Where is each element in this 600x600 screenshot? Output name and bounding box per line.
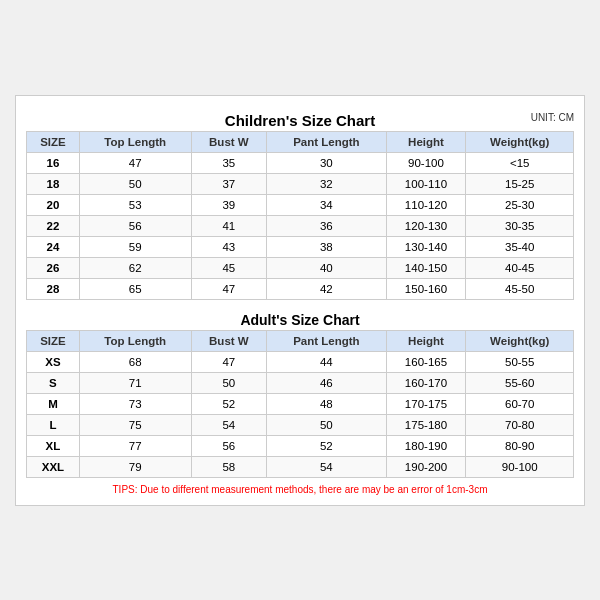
table-cell: 38 [267,236,386,257]
col-weight: Weight(kg) [466,330,574,351]
table-cell: <15 [466,152,574,173]
table-cell: 52 [191,393,267,414]
table-cell: 35 [191,152,267,173]
table-cell: 28 [27,278,80,299]
table-cell: 52 [267,435,386,456]
table-cell: 50 [267,414,386,435]
table-cell: 47 [191,351,267,372]
table-cell: 79 [79,456,191,477]
table-cell: 15-25 [466,173,574,194]
table-cell: 44 [267,351,386,372]
table-cell: 60-70 [466,393,574,414]
col-pant-length: Pant Length [267,131,386,152]
col-height: Height [386,131,466,152]
table-row: 20533934110-12025-30 [27,194,574,215]
table-row: 28654742150-16045-50 [27,278,574,299]
table-cell: 90-100 [386,152,466,173]
table-cell: 140-150 [386,257,466,278]
table-cell: 65 [79,278,191,299]
table-cell: 16 [27,152,80,173]
table-cell: 24 [27,236,80,257]
col-size: SIZE [27,330,80,351]
table-cell: 43 [191,236,267,257]
col-size: SIZE [27,131,80,152]
table-cell: M [27,393,80,414]
children-size-table: SIZE Top Length Bust W Pant Length Heigh… [26,131,574,300]
table-row: XS684744160-16550-55 [27,351,574,372]
table-row: XL775652180-19080-90 [27,435,574,456]
table-cell: 71 [79,372,191,393]
table-cell: 39 [191,194,267,215]
table-cell: 35-40 [466,236,574,257]
adult-size-table: SIZE Top Length Bust W Pant Length Heigh… [26,330,574,478]
table-cell: 73 [79,393,191,414]
tips-text: TIPS: Due to different measurement metho… [26,484,574,495]
table-cell: L [27,414,80,435]
table-cell: 46 [267,372,386,393]
table-cell: 25-30 [466,194,574,215]
table-cell: 20 [27,194,80,215]
table-cell: 180-190 [386,435,466,456]
table-cell: 34 [267,194,386,215]
table-cell: 55-60 [466,372,574,393]
col-pant-length: Pant Length [267,330,386,351]
table-cell: 59 [79,236,191,257]
table-cell: 68 [79,351,191,372]
table-cell: 47 [191,278,267,299]
table-cell: 175-180 [386,414,466,435]
table-cell: 30-35 [466,215,574,236]
table-cell: 50 [79,173,191,194]
children-chart-title: Children's Size Chart UNIT: CM [26,106,574,131]
table-cell: 160-170 [386,372,466,393]
col-bust-w: Bust W [191,330,267,351]
table-cell: 90-100 [466,456,574,477]
table-cell: 18 [27,173,80,194]
table-cell: 45-50 [466,278,574,299]
children-header-row: SIZE Top Length Bust W Pant Length Heigh… [27,131,574,152]
col-top-length: Top Length [79,131,191,152]
table-cell: 190-200 [386,456,466,477]
table-row: 26624540140-15040-45 [27,257,574,278]
table-cell: 70-80 [466,414,574,435]
table-cell: 42 [267,278,386,299]
col-weight: Weight(kg) [466,131,574,152]
table-cell: 30 [267,152,386,173]
unit-label: UNIT: CM [531,112,574,123]
table-cell: 54 [191,414,267,435]
children-table-body: 1647353090-100<1518503732100-11015-25205… [27,152,574,299]
table-cell: 58 [191,456,267,477]
table-cell: 26 [27,257,80,278]
size-chart-container: Children's Size Chart UNIT: CM SIZE Top … [15,95,585,506]
table-cell: 150-160 [386,278,466,299]
table-cell: 53 [79,194,191,215]
table-cell: XXL [27,456,80,477]
table-row: 1647353090-100<15 [27,152,574,173]
table-row: XXL795854190-20090-100 [27,456,574,477]
table-cell: 54 [267,456,386,477]
table-cell: 100-110 [386,173,466,194]
table-cell: XL [27,435,80,456]
table-cell: 50-55 [466,351,574,372]
table-cell: 56 [191,435,267,456]
table-cell: 40 [267,257,386,278]
table-cell: XS [27,351,80,372]
table-cell: 75 [79,414,191,435]
col-bust-w: Bust W [191,131,267,152]
table-cell: 48 [267,393,386,414]
table-cell: 32 [267,173,386,194]
table-row: 24594338130-14035-40 [27,236,574,257]
table-cell: S [27,372,80,393]
adult-table-body: XS684744160-16550-55S715046160-17055-60M… [27,351,574,477]
table-cell: 56 [79,215,191,236]
table-cell: 47 [79,152,191,173]
table-cell: 50 [191,372,267,393]
table-row: L755450175-18070-80 [27,414,574,435]
table-cell: 120-130 [386,215,466,236]
table-cell: 45 [191,257,267,278]
table-cell: 110-120 [386,194,466,215]
table-row: M735248170-17560-70 [27,393,574,414]
adult-chart-title: Adult's Size Chart [26,306,574,330]
table-row: S715046160-17055-60 [27,372,574,393]
adult-header-row: SIZE Top Length Bust W Pant Length Heigh… [27,330,574,351]
table-cell: 22 [27,215,80,236]
